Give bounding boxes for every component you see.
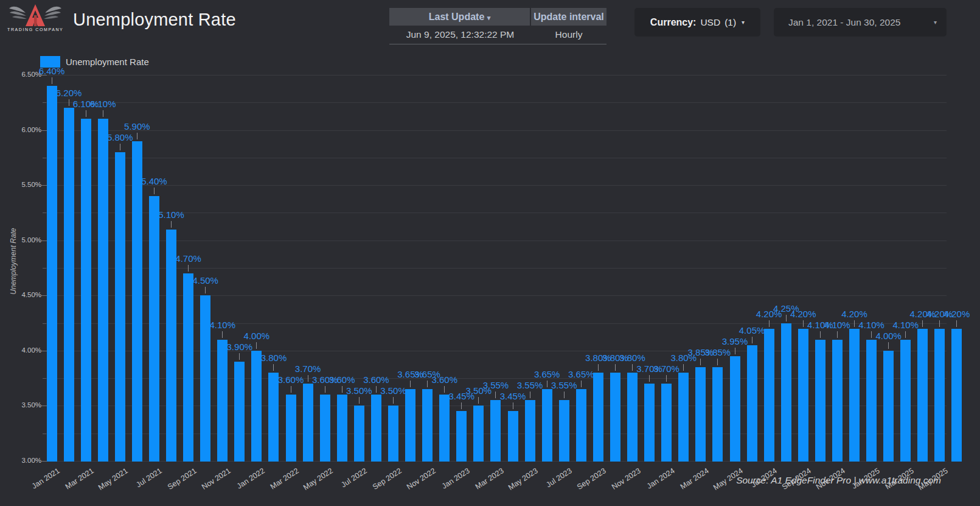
bar[interactable] (883, 351, 894, 462)
value-label-connector (291, 386, 291, 393)
value-label-connector (273, 364, 274, 371)
bar[interactable] (593, 373, 603, 462)
currency-selector[interactable]: Currency: USD (1) ▾ (634, 8, 760, 37)
bar[interactable] (627, 373, 638, 462)
bar[interactable] (473, 406, 484, 462)
value-label-connector (325, 386, 325, 393)
bar[interactable] (832, 340, 843, 462)
bar[interactable] (951, 329, 962, 462)
bar[interactable] (439, 395, 450, 462)
bar[interactable] (576, 389, 586, 462)
y-minor-tick (43, 268, 46, 269)
caret-down-icon: ▾ (934, 19, 937, 26)
bar[interactable] (610, 373, 620, 462)
bar[interactable] (525, 400, 535, 462)
bar[interactable] (934, 329, 945, 462)
bar[interactable] (730, 356, 740, 462)
last-update-header[interactable]: Last Update ▾ (389, 8, 530, 26)
bar[interactable] (542, 389, 552, 462)
bar[interactable] (747, 345, 757, 462)
bar[interactable] (849, 329, 860, 462)
bar[interactable] (781, 323, 791, 462)
bar[interactable] (217, 340, 228, 462)
bar-value-label: 3.60% (322, 374, 361, 385)
bar[interactable] (149, 196, 159, 462)
bar[interactable] (354, 406, 364, 462)
value-label-connector (478, 397, 479, 404)
value-label-connector (666, 375, 667, 382)
bar[interactable] (661, 384, 672, 462)
currency-count: (1) (725, 17, 736, 28)
logo-company-text: TRADING COMPANY (7, 27, 63, 32)
bar[interactable] (490, 400, 501, 462)
bar[interactable] (286, 395, 296, 462)
bar[interactable] (917, 329, 928, 462)
bar-value-label: 6.40% (32, 66, 71, 76)
bar[interactable] (764, 329, 774, 462)
value-label-connector (154, 188, 155, 194)
value-label-connector (581, 381, 582, 387)
page-title: Unemployment Rate (73, 10, 236, 30)
currency-value: USD (700, 17, 720, 28)
bar[interactable] (337, 395, 347, 462)
bar[interactable] (320, 395, 330, 462)
bar-value-label: 4.20% (784, 309, 822, 319)
app-window: TRADING COMPANY Unemployment Rate Last U… (0, 0, 980, 506)
value-label-connector (888, 342, 889, 349)
caret-down-icon: ▾ (742, 19, 745, 26)
y-minor-tick (43, 213, 46, 213)
bar[interactable] (815, 340, 825, 462)
value-label-connector (956, 320, 957, 327)
bar[interactable] (251, 351, 262, 462)
bar[interactable] (200, 295, 210, 462)
bar[interactable] (388, 406, 398, 462)
bar[interactable] (866, 340, 877, 462)
bar[interactable] (559, 400, 569, 462)
bar[interactable] (115, 152, 125, 462)
y-axis-label: 4.00% (0, 346, 41, 354)
bar[interactable] (712, 367, 723, 462)
bar[interactable] (132, 141, 142, 462)
update-interval-value: Hourly (531, 26, 606, 44)
value-label-connector (922, 320, 923, 327)
bar[interactable] (183, 273, 193, 462)
bar[interactable] (508, 411, 518, 462)
caret-down-icon: ▾ (487, 14, 491, 21)
gridline (46, 75, 947, 76)
y-axis-label: 5.00% (0, 236, 41, 244)
bar[interactable] (405, 389, 415, 462)
bar[interactable] (98, 119, 108, 462)
bar[interactable] (695, 367, 706, 462)
value-label-connector (222, 331, 223, 338)
value-label-connector (735, 348, 735, 354)
value-label-connector (700, 359, 701, 365)
bar[interactable] (798, 329, 808, 462)
bar[interactable] (166, 230, 176, 462)
bar-value-label: 3.60% (425, 374, 464, 385)
update-info-table: Last Update ▾ Update interval Jun 9, 202… (389, 8, 606, 44)
bar-value-label: 4.20% (835, 309, 874, 319)
y-axis-label: 3.00% (0, 457, 41, 464)
value-label-connector (598, 364, 599, 371)
company-logo: TRADING COMPANY (7, 3, 66, 37)
bar[interactable] (47, 86, 57, 462)
bar[interactable] (900, 340, 911, 462)
bar[interactable] (303, 384, 313, 462)
bar[interactable] (64, 108, 74, 462)
value-label-connector (513, 402, 513, 409)
bar[interactable] (422, 389, 433, 462)
y-axis-label: 6.00% (0, 126, 41, 133)
y-axis-title: Unemployment Rate (9, 222, 18, 301)
bar[interactable] (234, 362, 245, 462)
date-range-selector[interactable]: Jan 1, 2021 - Jun 30, 2025 ▾ (774, 8, 947, 37)
bar[interactable] (644, 384, 655, 462)
bar[interactable] (81, 119, 91, 462)
value-label-connector (564, 392, 565, 398)
bar[interactable] (371, 395, 381, 462)
bar[interactable] (268, 373, 279, 462)
bar[interactable] (456, 411, 467, 462)
y-axis-label: 4.50% (0, 291, 41, 298)
bar[interactable] (678, 373, 689, 462)
gridline (46, 158, 947, 158)
y-axis-label: 5.50% (0, 181, 41, 188)
